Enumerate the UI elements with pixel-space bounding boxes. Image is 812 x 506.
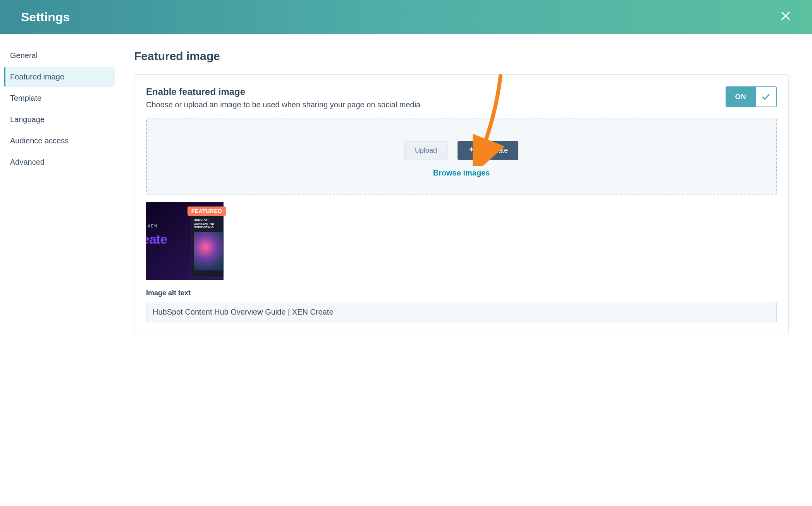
thumbnail-panel-line: HUBSPOT <box>194 218 223 222</box>
featured-image-thumbnail[interactable]: XEN eate HUBSPOT CONTENT HU OVERVIEW G F… <box>146 202 224 280</box>
sidebar-item-advanced[interactable]: Advanced <box>4 152 115 172</box>
sidebar-item-general[interactable]: General <box>4 46 115 65</box>
thumbnail-panel: HUBSPOT CONTENT HU OVERVIEW G <box>191 215 224 277</box>
page-title: Featured image <box>134 50 789 63</box>
sidebar-item-label: Audience access <box>10 136 69 145</box>
sidebar-item-label: Advanced <box>10 158 45 166</box>
modal-title: Settings <box>21 10 70 24</box>
sidebar-item-audience-access[interactable]: Audience access <box>4 131 115 151</box>
featured-image-card: Enable featured image Choose or upload a… <box>134 74 789 334</box>
sidebar-item-label: Language <box>10 115 45 124</box>
modal-header: Settings <box>0 0 812 34</box>
sidebar-item-featured-image[interactable]: Featured image <box>4 67 115 87</box>
enable-description: Choose or upload an image to be used whe… <box>146 100 420 109</box>
generate-button[interactable]: Generate <box>458 141 518 160</box>
main-panel: Featured image Enable featured image Cho… <box>120 34 812 506</box>
alt-text-input[interactable] <box>146 302 777 322</box>
enable-toggle[interactable]: ON <box>726 86 777 107</box>
thumbnail-panel-line: CONTENT HU <box>194 222 223 226</box>
alt-text-label: Image alt text <box>146 289 777 297</box>
sidebar-item-template[interactable]: Template <box>4 88 115 108</box>
upload-button-label: Upload <box>415 146 437 155</box>
sidebar-item-language[interactable]: Language <box>4 110 115 129</box>
sparkle-icon <box>468 146 475 155</box>
toggle-on-label: ON <box>726 86 756 107</box>
thumbnail-panel-line: OVERVIEW G <box>194 225 223 229</box>
sidebar-item-label: Featured image <box>10 72 64 81</box>
image-dropzone[interactable]: Upload Generate Browse images <box>146 119 777 194</box>
settings-sidebar: General Featured image Template Language… <box>0 34 120 506</box>
upload-button[interactable]: Upload <box>404 141 447 160</box>
featured-badge: FEATURED <box>188 207 226 216</box>
enable-title: Enable featured image <box>146 86 420 97</box>
sidebar-item-label: Template <box>10 94 41 102</box>
thumbnail-brand-big: eate <box>146 232 167 247</box>
browse-images-link[interactable]: Browse images <box>155 169 768 177</box>
sidebar-item-label: General <box>10 51 38 60</box>
check-icon <box>756 86 777 107</box>
thumbnail-brand-small: XEN <box>148 224 158 228</box>
generate-button-label: Generate <box>479 146 508 155</box>
close-icon[interactable] <box>780 10 791 24</box>
